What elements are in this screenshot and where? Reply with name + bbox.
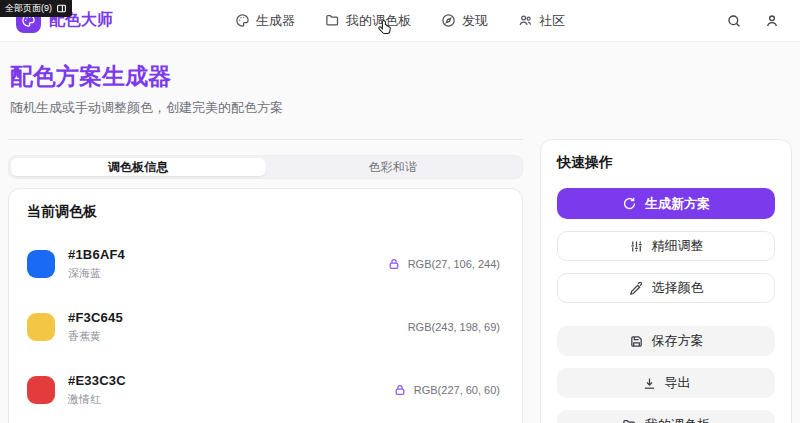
quick-actions-heading: 快速操作 [557, 154, 775, 172]
lock-icon[interactable] [387, 257, 401, 271]
color-hex: #F3C645 [68, 310, 123, 325]
download-icon [642, 376, 657, 391]
color-row-2[interactable]: #F3C645 香蕉黄 RGB(243, 198, 69) [27, 310, 504, 344]
tab-color-harmony[interactable]: 色彩和谐 [266, 158, 521, 176]
page-subtitle: 随机生成或手动调整颜色，创建完美的配色方案 [10, 99, 792, 117]
header-actions [574, 13, 784, 29]
color-swatch[interactable] [27, 250, 55, 278]
eyedropper-icon [629, 281, 644, 296]
search-icon[interactable] [726, 13, 742, 29]
nav-label-generator: 生成器 [256, 12, 295, 30]
current-palette-card: 当前调色板 #1B6AF4 深海蓝 RGB(27, 106, 244) [8, 188, 523, 423]
main-content: 配色方案生成器 随机生成或手动调整颜色，创建完美的配色方案 调色板信息 色彩和谐… [0, 42, 800, 423]
rgb-value: RGB(243, 198, 69) [408, 321, 500, 333]
generate-new-scheme-button[interactable]: 生成新方案 [557, 188, 775, 219]
color-swatch[interactable] [27, 376, 55, 404]
save-scheme-button[interactable]: 保存方案 [557, 326, 775, 356]
section-divider [8, 139, 523, 140]
color-hex: #1B6AF4 [68, 247, 125, 262]
color-name: 激情红 [68, 392, 126, 407]
nav-label-discover: 发现 [462, 12, 488, 30]
export-button[interactable]: 导出 [557, 368, 775, 398]
top-navigation-bar: 配色大师 生成器 我的调色板 发现 社区 [0, 0, 800, 42]
palette-heading: 当前调色板 [27, 203, 504, 221]
save-icon [629, 334, 644, 349]
nav-item-discover[interactable]: 发现 [441, 12, 488, 30]
quick-actions-card: 快速操作 生成新方案 精细调整 选 [540, 139, 792, 423]
nav-item-community[interactable]: 社区 [518, 12, 565, 30]
color-swatch[interactable] [27, 313, 55, 341]
rgb-value: RGB(27, 106, 244) [408, 258, 500, 270]
color-hex: #E33C3C [68, 373, 126, 388]
pick-color-button[interactable]: 选择颜色 [557, 273, 775, 303]
users-icon [518, 13, 533, 28]
rgb-value: RGB(227, 60, 60) [414, 384, 500, 396]
color-row-3[interactable]: #E33C3C 激情红 RGB(227, 60, 60) [27, 373, 504, 407]
user-icon[interactable] [764, 13, 780, 29]
palette-icon [235, 13, 250, 28]
nav-item-my-palettes[interactable]: 我的调色板 [325, 12, 411, 30]
refresh-icon [622, 196, 637, 211]
folder-icon [622, 418, 637, 423]
all-pages-badge[interactable]: 全部页面(9) [0, 0, 72, 17]
tab-palette-info[interactable]: 调色板信息 [11, 158, 266, 176]
my-palettes-button[interactable]: 我的调色板 [557, 410, 775, 423]
main-nav: 生成器 我的调色板 发现 社区 [226, 12, 574, 30]
nav-label-community: 社区 [539, 12, 565, 30]
page-title: 配色方案生成器 [10, 61, 792, 92]
fine-tune-button[interactable]: 精细调整 [557, 231, 775, 261]
sliders-icon [629, 239, 644, 254]
compass-icon [441, 13, 456, 28]
folder-icon [325, 13, 340, 28]
split-view-icon [56, 3, 67, 14]
mouse-cursor [376, 19, 394, 37]
color-name: 香蕉黄 [68, 329, 123, 344]
nav-item-generator[interactable]: 生成器 [235, 12, 295, 30]
all-pages-badge-label: 全部页面(9) [5, 2, 52, 15]
lock-icon[interactable] [393, 383, 407, 397]
color-name: 深海蓝 [68, 266, 125, 281]
palette-tabs: 调色板信息 色彩和谐 [8, 155, 523, 179]
color-row-1[interactable]: #1B6AF4 深海蓝 RGB(27, 106, 244) [27, 247, 504, 281]
